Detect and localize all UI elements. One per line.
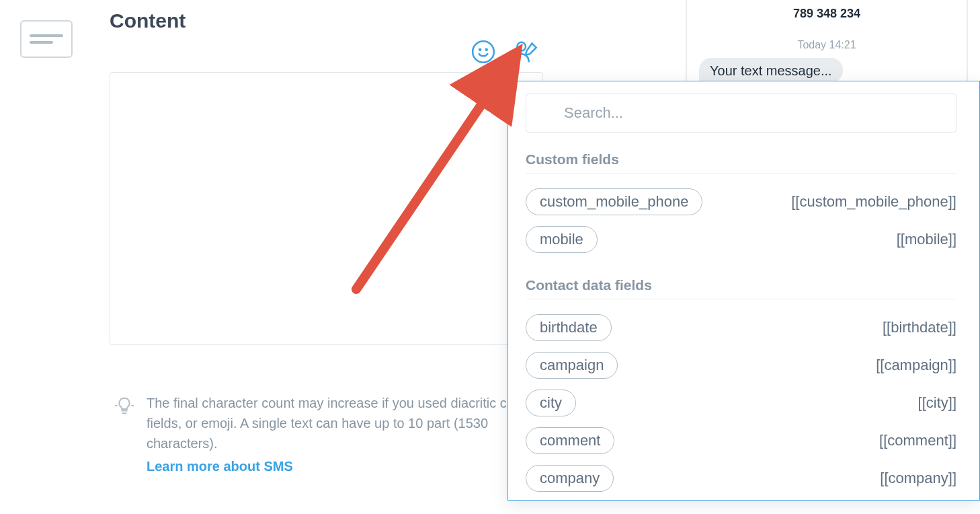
personalization-dropdown: Custom fields custom_mobile_phone [[cust…: [507, 81, 980, 501]
personalization-icon[interactable]: [511, 39, 540, 65]
field-row: city [[city]]: [526, 384, 956, 422]
field-pill-custom-mobile-phone[interactable]: custom_mobile_phone: [526, 188, 702, 215]
hint-row: The final character count may increase i…: [114, 393, 544, 453]
field-pill-comment[interactable]: comment: [526, 427, 614, 454]
content-type-tile[interactable]: [20, 20, 73, 58]
svg-point-2: [486, 49, 487, 50]
group-label-contact: Contact data fields: [526, 270, 956, 299]
field-token: [[mobile]]: [897, 231, 956, 248]
group-label-custom: Custom fields: [526, 145, 956, 174]
field-token: [[campaign]]: [876, 357, 956, 374]
field-row: comment [[comment]]: [526, 422, 956, 460]
field-pill-city[interactable]: city: [526, 390, 576, 416]
search-input[interactable]: [563, 104, 942, 122]
tile-line: [30, 41, 53, 44]
lightbulb-icon: [114, 396, 134, 416]
field-row: company [[company]]: [526, 460, 956, 497]
field-row: mobile [[mobile]]: [526, 221, 956, 258]
phone-timestamp: Today 14:21: [797, 39, 856, 51]
learn-more-link[interactable]: Learn more about SMS: [147, 459, 293, 474]
field-row: custom_mobile_phone [[custom_mobile_phon…: [526, 183, 956, 221]
svg-point-0: [473, 41, 494, 63]
field-token: [[comment]]: [879, 432, 956, 449]
field-token: [[custom_mobile_phone]]: [791, 193, 956, 211]
field-token: [[city]]: [918, 394, 956, 412]
field-pill-mobile[interactable]: mobile: [526, 226, 598, 253]
field-row: campaign [[campaign]]: [526, 346, 956, 384]
field-pill-birthdate[interactable]: birthdate: [526, 314, 612, 341]
message-textarea[interactable]: [110, 72, 543, 345]
phone-number: 789 348 234: [793, 7, 860, 21]
tile-line: [30, 34, 63, 37]
hint-text: The final character count may increase i…: [147, 393, 544, 453]
field-token: [[company]]: [880, 470, 956, 487]
field-token: [[birthdate]]: [883, 319, 956, 336]
phone-message-bubble: Your text message...: [699, 58, 843, 83]
field-row: birthdate [[birthdate]]: [526, 309, 956, 346]
emoji-icon[interactable]: [471, 39, 496, 65]
page-title: Content: [110, 9, 186, 32]
search-field-wrap[interactable]: [526, 94, 956, 133]
field-pill-company[interactable]: company: [526, 465, 614, 492]
svg-point-1: [479, 49, 481, 50]
editor-toolbar: [471, 39, 540, 65]
field-pill-campaign[interactable]: campaign: [526, 352, 618, 379]
svg-point-3: [517, 42, 526, 51]
phone-preview: 789 348 234 Today 14:21 Your text messag…: [686, 0, 968, 81]
